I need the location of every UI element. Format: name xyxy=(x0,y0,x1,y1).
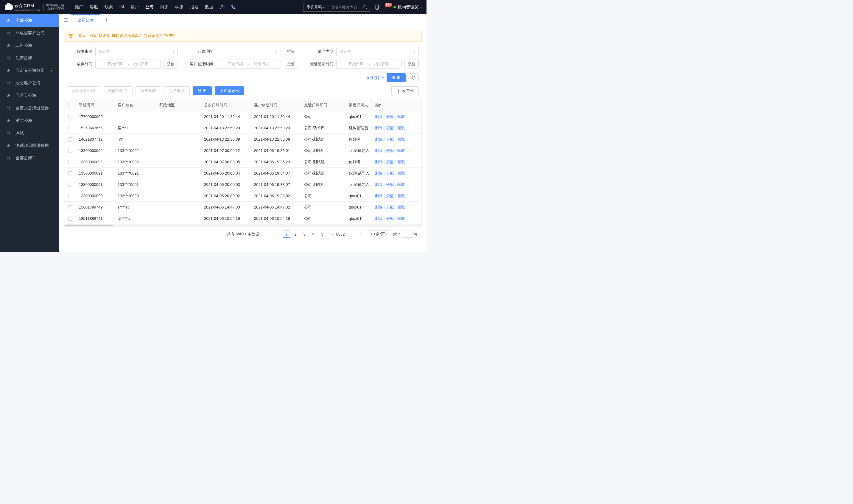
tab-all-public[interactable]: 全部公海 xyxy=(71,14,100,26)
sidebar-item-消防公海[interactable]: 消防公海 xyxy=(0,114,59,127)
tab-add-icon[interactable]: + xyxy=(101,17,112,23)
nav-IM[interactable]: IM xyxy=(120,4,124,10)
op-assign[interactable]: 分配 xyxy=(386,114,394,120)
page-3[interactable]: 3 xyxy=(301,231,308,238)
row-checkbox[interactable] xyxy=(68,171,72,176)
row-checkbox[interactable] xyxy=(68,217,72,221)
op-assign[interactable]: 分配 xyxy=(386,171,394,176)
sidebar-item-测试昨日回库数据[interactable]: 测试昨日回库数据 xyxy=(0,139,59,152)
page-5[interactable]: 5 xyxy=(319,231,326,238)
op-assign[interactable]: 分配 xyxy=(386,148,394,154)
op-delete[interactable]: 删除 xyxy=(375,114,383,120)
assign-dept-button[interactable]: 分配到部门 xyxy=(103,86,132,95)
nav-学服[interactable]: 学服 xyxy=(175,4,183,10)
op-assign[interactable]: 分配 xyxy=(386,205,394,210)
op-claim[interactable]: 领取 xyxy=(397,159,405,165)
page-1[interactable]: 1 xyxy=(283,231,290,238)
assign-manager-button[interactable]: 分配客户经理 xyxy=(67,86,100,95)
filter-area-select[interactable]: ▾ xyxy=(216,47,281,56)
op-claim[interactable]: 领取 xyxy=(397,137,405,142)
sidebar-item-成交客户公海[interactable]: 成交客户公海 xyxy=(0,77,59,89)
row-checkbox[interactable] xyxy=(68,126,72,130)
row-checkbox[interactable] xyxy=(68,205,72,210)
filter-abandon-time-empty-button[interactable]: 空值 xyxy=(164,59,178,69)
add-user-icon[interactable] xyxy=(220,4,225,10)
checkbox-all[interactable] xyxy=(68,103,72,107)
row-checkbox[interactable] xyxy=(68,160,72,164)
op-claim[interactable]: 领取 xyxy=(397,216,405,221)
nav-报名[interactable]: 报名 xyxy=(190,4,198,10)
tab-list-icon[interactable]: ☰ xyxy=(61,17,70,23)
user-menu[interactable]: 机构管理员 ▾ xyxy=(394,4,422,10)
row-checkbox[interactable] xyxy=(68,149,72,153)
op-claim[interactable]: 领取 xyxy=(397,171,405,176)
sidebar-item-测试[interactable]: 测试 xyxy=(0,127,59,139)
nav-公海[interactable]: 公海 xyxy=(145,4,154,10)
page-next[interactable]: 〉 xyxy=(358,231,365,238)
op-claim[interactable]: 领取 xyxy=(397,205,405,210)
op-delete[interactable]: 删除 xyxy=(375,182,383,187)
row-checkbox[interactable] xyxy=(68,194,72,198)
op-claim[interactable]: 领取 xyxy=(397,148,405,154)
row-checkbox[interactable] xyxy=(68,183,72,187)
page-size-select[interactable]: 10 条/页▾ xyxy=(368,230,390,238)
op-claim[interactable]: 领取 xyxy=(397,125,405,131)
filter-area-empty-button[interactable]: 空值 xyxy=(284,47,298,56)
phone-icon[interactable] xyxy=(231,4,236,10)
filter-call-time-range[interactable]: 开始日期~结束日期 xyxy=(336,59,401,69)
search-icon[interactable] xyxy=(361,5,370,10)
nav-客服[interactable]: 客服 xyxy=(90,4,98,10)
page-2[interactable]: 2 xyxy=(292,231,299,238)
op-assign[interactable]: 分配 xyxy=(386,182,394,187)
nav-数据[interactable]: 数据 xyxy=(205,4,213,10)
op-assign[interactable]: 分配 xyxy=(386,125,394,131)
row-checkbox[interactable] xyxy=(68,115,72,119)
mobile-icon[interactable] xyxy=(375,4,380,10)
nav-财务[interactable]: 财务 xyxy=(160,4,168,10)
sidebar-item-全部公海2[interactable]: 全部公海2 xyxy=(0,152,59,164)
row-checkbox[interactable] xyxy=(68,137,72,142)
set-columns-button[interactable]: 设置列 xyxy=(392,86,419,95)
refresh-button[interactable] xyxy=(409,73,419,82)
filter-abandon-type-select[interactable]: 请选择▾ xyxy=(336,47,419,56)
search-input[interactable] xyxy=(328,5,361,10)
op-assign[interactable]: 分配 xyxy=(386,216,394,221)
op-claim[interactable]: 领取 xyxy=(397,193,405,199)
nav-推广[interactable]: 推广 xyxy=(75,4,83,10)
op-claim[interactable]: 领取 xyxy=(397,182,405,187)
sidebar-item-五月天公海[interactable]: 五月天公海 xyxy=(0,89,59,102)
expand-filters-link[interactable]: 展开条件 ▾ xyxy=(366,75,384,80)
sidebar-item-自定义公海分组[interactable]: 自定义公海分组▾ xyxy=(0,64,59,77)
sidebar-item-自定义公海过滤器[interactable]: 自定义公海过滤器 xyxy=(0,102,59,114)
op-assign[interactable]: 分配 xyxy=(386,193,394,199)
op-delete[interactable]: 删除 xyxy=(375,171,383,176)
op-delete[interactable]: 删除 xyxy=(375,159,383,165)
filter-abandon-time-range[interactable]: 开始日期~结束日期 xyxy=(95,59,161,69)
nav-客户[interactable]: 客户 xyxy=(130,4,139,10)
sidebar-item-非成交客户公海[interactable]: 非成交客户公海 xyxy=(0,27,59,39)
op-delete[interactable]: 删除 xyxy=(375,216,383,221)
op-delete[interactable]: 删除 xyxy=(375,193,383,199)
op-claim[interactable]: 领取 xyxy=(397,114,405,120)
filter-create-time-empty-button[interactable]: 空值 xyxy=(284,59,298,69)
op-delete[interactable]: 删除 xyxy=(375,137,383,142)
op-delete[interactable]: 删除 xyxy=(375,205,383,210)
nav-线索[interactable]: 线索 xyxy=(105,4,113,10)
batch-delete-button[interactable]: 批量删除 xyxy=(164,86,190,95)
sidebar-item-全部公海[interactable]: 全部公海 xyxy=(0,14,59,27)
batch-claim-button[interactable]: 批量领取 xyxy=(135,86,161,95)
page-prev[interactable]: 〈 xyxy=(273,231,280,238)
op-delete[interactable]: 删除 xyxy=(375,125,383,131)
search-type-select[interactable]: 手机号码 ▾ xyxy=(304,4,328,10)
sidebar-item-二咨公海[interactable]: 二咨公海 xyxy=(0,39,59,52)
horizontal-scrollbar[interactable] xyxy=(64,224,421,227)
filter-source-select[interactable]: 请选择▾ xyxy=(95,47,178,56)
bell-icon[interactable]: 99+ xyxy=(384,4,389,10)
op-delete[interactable]: 删除 xyxy=(375,148,383,154)
export-button[interactable]: 导 出 xyxy=(193,86,212,95)
page-jump-input[interactable] xyxy=(402,231,413,238)
filter-create-time-range[interactable]: 开始日期~结束日期 xyxy=(216,59,281,69)
page-4[interactable]: 4 xyxy=(310,231,317,238)
op-assign[interactable]: 分配 xyxy=(386,137,394,142)
op-assign[interactable]: 分配 xyxy=(386,159,394,165)
